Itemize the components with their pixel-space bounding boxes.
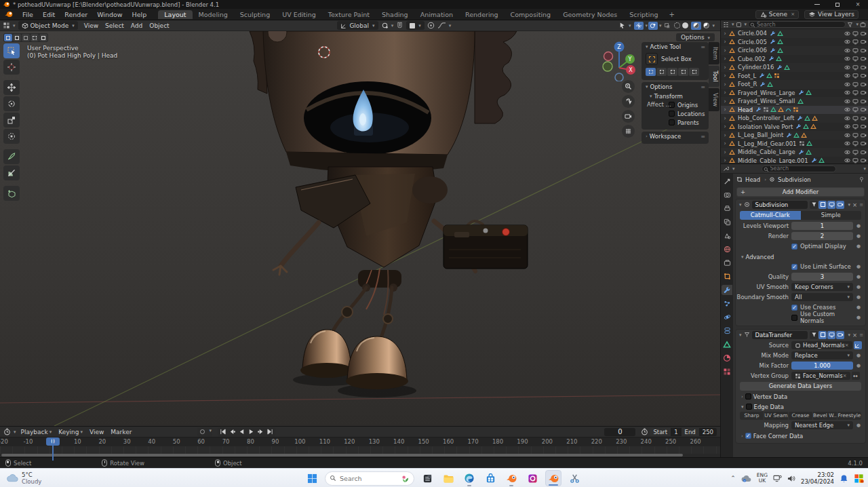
tool-cursor[interactable] bbox=[3, 60, 20, 75]
mode-set-button[interactable] bbox=[646, 68, 656, 76]
workspace-tab-sculpting[interactable]: Sculpting bbox=[234, 10, 276, 19]
viewport-disable-icon[interactable] bbox=[852, 81, 859, 87]
tab-scene[interactable] bbox=[722, 231, 732, 241]
taskbar-search[interactable] bbox=[325, 471, 414, 486]
shading-rendered-icon[interactable] bbox=[703, 22, 709, 28]
quality-field[interactable]: 3 bbox=[791, 273, 853, 281]
outliner-item-circle-006[interactable]: › Circle.006 bbox=[721, 46, 868, 55]
proportional-falloff[interactable]: ▾ bbox=[437, 22, 452, 29]
toggle-space-transform-button[interactable] bbox=[854, 341, 862, 349]
snap-target[interactable]: ▾ bbox=[406, 21, 425, 30]
modifier-name-field[interactable]: Subdivision bbox=[752, 201, 808, 209]
outliner-item-frayed-wires-large[interactable]: › Frayed_Wires_Large bbox=[721, 89, 868, 98]
vertex-data-header[interactable]: ›Vertex Data bbox=[736, 392, 865, 401]
tab-texture[interactable] bbox=[722, 366, 732, 376]
properties-options-icon[interactable]: ▾ bbox=[863, 166, 866, 172]
next-keyframe-button[interactable] bbox=[256, 428, 265, 435]
new-collection-icon[interactable] bbox=[860, 22, 866, 28]
viewport-disable-icon[interactable] bbox=[852, 56, 859, 62]
tab-view-layer[interactable] bbox=[722, 217, 732, 227]
edit-mode-display-toggle[interactable] bbox=[810, 331, 818, 339]
expand-icon[interactable]: › bbox=[722, 73, 728, 79]
options-header[interactable]: ▾Options≡ bbox=[642, 82, 709, 92]
face-corner-data-checkbox[interactable]: ✓ bbox=[745, 433, 751, 439]
select-mode-extend[interactable] bbox=[13, 34, 21, 41]
hide-eye-icon[interactable] bbox=[844, 106, 850, 113]
viewport-disable-icon[interactable] bbox=[852, 47, 859, 54]
realtime-display-toggle[interactable] bbox=[818, 331, 827, 339]
microsoft-365-icon[interactable] bbox=[854, 473, 864, 484]
expand-icon[interactable]: › bbox=[722, 81, 728, 87]
language-indicator[interactable]: ENGUK bbox=[757, 473, 768, 484]
render-disable-icon[interactable] bbox=[861, 90, 867, 96]
hide-eye-icon[interactable] bbox=[844, 149, 850, 155]
render-disable-icon[interactable] bbox=[861, 73, 867, 79]
outliner-editor-icon[interactable] bbox=[723, 22, 729, 28]
viewport-disable-icon[interactable] bbox=[852, 106, 859, 113]
properties-editor-icon[interactable] bbox=[723, 165, 729, 172]
mode-extend-button[interactable] bbox=[656, 68, 667, 76]
minimize-button[interactable] bbox=[807, 0, 827, 9]
vertex-group-field[interactable]: Face_Normals× bbox=[791, 372, 850, 380]
expand-icon[interactable]: › bbox=[722, 106, 728, 113]
workspace-tab-rendering[interactable]: Rendering bbox=[459, 10, 505, 19]
selectability-visibility[interactable]: ▾ bbox=[618, 22, 631, 29]
xray-toggle[interactable] bbox=[663, 22, 672, 30]
tab-physics[interactable] bbox=[722, 312, 732, 322]
expand-icon[interactable]: › bbox=[722, 90, 728, 96]
select-mode-intersect[interactable] bbox=[39, 34, 47, 41]
hide-eye-icon[interactable] bbox=[844, 140, 850, 147]
tab-collection[interactable] bbox=[722, 258, 732, 268]
outliner-item-hob-controller-left[interactable]: › Hob_Controller_Left bbox=[721, 114, 868, 123]
prev-keyframe-button[interactable] bbox=[228, 428, 237, 435]
tool-add-cube[interactable] bbox=[3, 186, 20, 201]
timeline-ruler[interactable]: -20-100102030405060708090100110120130140… bbox=[0, 437, 720, 446]
transform-orientation[interactable]: Global▾ bbox=[337, 21, 378, 30]
edge-data-checkbox[interactable] bbox=[746, 404, 752, 410]
snipping-tool-icon[interactable] bbox=[566, 470, 583, 486]
remove-modifier-icon[interactable]: × bbox=[852, 332, 857, 338]
weather-widget[interactable]: 5°CCloudy bbox=[0, 471, 81, 485]
render-disable-icon[interactable] bbox=[861, 98, 867, 104]
navigation-gizmo[interactable]: Z Y X bbox=[598, 38, 640, 83]
camera-view-icon[interactable] bbox=[622, 110, 635, 123]
snap-pivot[interactable]: ▾ bbox=[381, 22, 394, 29]
viewport-menu-view[interactable]: View bbox=[81, 22, 102, 29]
play-button[interactable] bbox=[247, 428, 256, 435]
edge-type-uv-seam-button[interactable]: UV Seam bbox=[764, 412, 788, 420]
modifier-name-field[interactable]: DataTransfer bbox=[752, 331, 808, 339]
workspace-tab-layout[interactable]: Layout bbox=[158, 10, 192, 19]
render-disable-icon[interactable] bbox=[861, 39, 867, 45]
edge-data-header[interactable]: ▾Edge Data bbox=[736, 402, 865, 411]
subdivision-panel-header[interactable]: ▾ Subdivision ▾ × ≡ bbox=[736, 199, 865, 210]
levels-viewport-field[interactable]: 1 bbox=[791, 222, 853, 230]
outliner-item-cylinder-016[interactable]: › Cylinder.016 bbox=[721, 63, 868, 72]
expand-icon[interactable]: › bbox=[722, 140, 728, 147]
viewport-menu-add[interactable]: Add bbox=[127, 22, 146, 29]
close-button[interactable]: × bbox=[848, 0, 868, 9]
mode-subtract-button[interactable] bbox=[667, 68, 677, 76]
clear-source-icon[interactable]: × bbox=[845, 341, 849, 349]
display-connect-icon[interactable] bbox=[773, 475, 782, 482]
outliner-item-frayed-wires-small[interactable]: › Frayed_Wires_Small bbox=[721, 97, 868, 106]
viewport-disable-icon[interactable] bbox=[852, 115, 859, 121]
tab-output[interactable] bbox=[722, 203, 732, 214]
viewport-disable-icon[interactable] bbox=[852, 64, 859, 71]
hide-eye-icon[interactable] bbox=[844, 81, 850, 87]
add-workspace-button[interactable]: + bbox=[665, 11, 679, 18]
catmull-clark-button[interactable]: Catmull-Clark bbox=[740, 211, 801, 220]
viewport-disable-icon[interactable] bbox=[852, 98, 859, 104]
invert-vertex-group-button[interactable]: ↔ bbox=[852, 372, 860, 380]
viewport-options-dropdown[interactable]: Options ▾ bbox=[676, 33, 715, 41]
viewport-canvas[interactable] bbox=[0, 31, 720, 426]
outliner-item-foot-l[interactable]: › Foot_L bbox=[721, 72, 868, 81]
outliner-item-foot-r[interactable]: › Foot_R bbox=[721, 80, 868, 89]
hide-eye-icon[interactable] bbox=[844, 157, 850, 163]
timeline-scrollbar[interactable] bbox=[1, 454, 683, 456]
sidebar-tab-tool[interactable]: Tool bbox=[709, 66, 719, 87]
tab-render[interactable] bbox=[722, 190, 732, 200]
remove-modifier-icon[interactable]: × bbox=[852, 201, 857, 208]
hide-eye-icon[interactable] bbox=[844, 132, 850, 138]
hide-eye-icon[interactable] bbox=[844, 31, 850, 37]
workspace-tab-geometry-nodes[interactable]: Geometry Nodes bbox=[557, 10, 623, 19]
